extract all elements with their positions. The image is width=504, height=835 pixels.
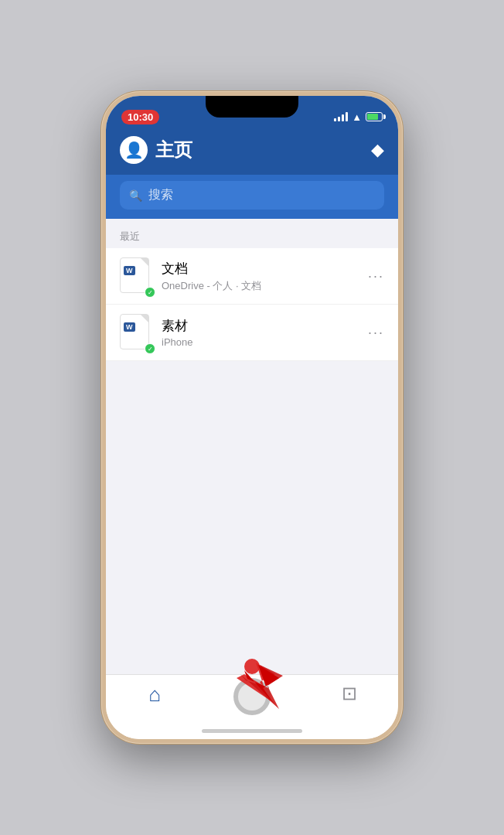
avatar-icon: 👤 <box>124 141 144 159</box>
notch <box>206 96 298 118</box>
more-options-button-1[interactable]: ··· <box>368 268 384 285</box>
avatar[interactable]: 👤 <box>120 136 148 164</box>
file-name-2: 素材 <box>162 317 359 335</box>
search-bar-container: 🔍 搜索 <box>106 175 398 219</box>
more-options-button-2[interactable]: ··· <box>368 325 384 341</box>
file-icon-2: W ✓ <box>120 314 152 351</box>
signal-icon <box>334 112 348 121</box>
file-location-1: OneDrive - 个人 · 文档 <box>162 279 359 293</box>
tab-folder[interactable]: ⊡ <box>301 683 398 704</box>
file-info-2: 素材 iPhone <box>162 317 359 348</box>
section-recent-label: 最近 <box>106 219 398 248</box>
folder-icon: ⊡ <box>342 683 357 704</box>
phone-frame: 10:30 ▲ 👤 主页 ◆ � <box>101 91 403 744</box>
add-button-inner <box>238 683 266 711</box>
status-icons: ▲ <box>334 111 383 123</box>
add-button[interactable] <box>233 678 271 715</box>
phone-screen: 10:30 ▲ 👤 主页 ◆ � <box>106 96 398 739</box>
wifi-icon: ▲ <box>352 111 362 123</box>
search-input[interactable]: 🔍 搜索 <box>120 181 384 210</box>
content-area: 最近 W ✓ 文档 OneDrive - 个人 · 文档 ··· <box>106 219 398 674</box>
file-icon-1: W ✓ <box>120 257 152 295</box>
word-doc-icon: W <box>120 257 149 293</box>
search-placeholder: 搜索 <box>148 187 173 203</box>
list-item[interactable]: W ✓ 文档 OneDrive - 个人 · 文档 ··· <box>106 248 398 305</box>
file-location-2: iPhone <box>162 336 359 348</box>
tab-home[interactable]: ⌂ <box>106 683 203 707</box>
list-item[interactable]: W ✓ 素材 iPhone ··· <box>106 305 398 361</box>
sync-check-icon-2: ✓ <box>145 343 155 354</box>
tab-add[interactable] <box>203 683 301 720</box>
home-icon: ⌂ <box>148 683 161 707</box>
status-bar: 10:30 ▲ <box>106 96 398 130</box>
home-indicator <box>202 729 302 733</box>
word-badge-2: W <box>124 322 135 332</box>
tab-bar: ⌂ ⊡ <box>106 674 398 739</box>
clock: 10:30 <box>121 110 159 124</box>
file-info-1: 文档 OneDrive - 个人 · 文档 <box>162 260 359 293</box>
header-left: 👤 主页 <box>120 136 192 164</box>
file-list: W ✓ 文档 OneDrive - 个人 · 文档 ··· W <box>106 248 398 361</box>
battery-icon <box>366 112 383 121</box>
premium-icon[interactable]: ◆ <box>371 140 384 160</box>
file-name-1: 文档 <box>162 260 359 278</box>
word-doc-icon-2: W <box>120 314 149 349</box>
page-title: 主页 <box>155 138 192 162</box>
search-icon: 🔍 <box>129 189 142 202</box>
word-badge: W <box>124 266 135 275</box>
sync-check-icon: ✓ <box>145 287 155 298</box>
app-header: 👤 主页 ◆ <box>106 130 398 175</box>
